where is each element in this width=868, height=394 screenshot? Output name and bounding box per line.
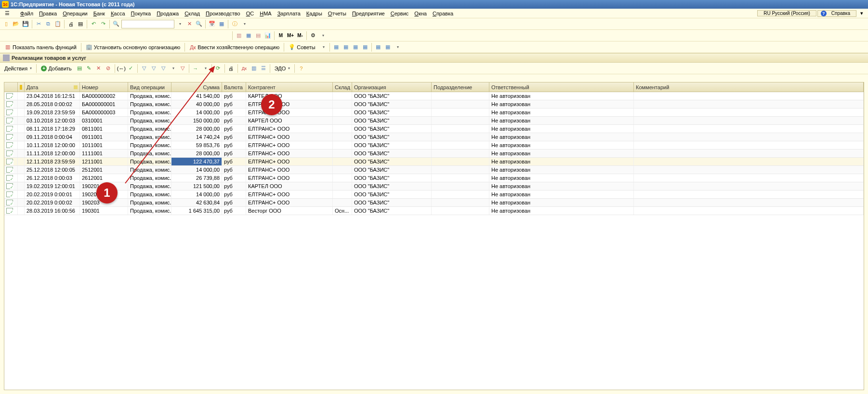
menu-item[interactable]: Кадры xyxy=(303,11,325,16)
delete-row-icon[interactable]: ✕ xyxy=(94,64,103,73)
structure-icon[interactable]: ▥ xyxy=(250,64,258,73)
menu-item[interactable]: Файл xyxy=(17,11,36,16)
filter-icon-3[interactable]: ▽ xyxy=(159,64,168,73)
menu-item[interactable]: Операции xyxy=(60,11,90,16)
reports-dropdown[interactable] xyxy=(393,43,402,52)
list-icon[interactable]: ▥ xyxy=(235,31,243,40)
search-icon[interactable]: 🔍 xyxy=(112,20,120,28)
set-main-org-button[interactable]: 🏢Установить основную организацию xyxy=(83,42,183,52)
search-next-icon[interactable]: 🔍 xyxy=(195,20,203,28)
tips-button[interactable]: 💡Советы xyxy=(286,42,317,52)
menu-item[interactable]: Зарплата xyxy=(275,11,303,16)
report-icon-3[interactable]: ▦ xyxy=(351,43,360,52)
menu-item[interactable]: Правка xyxy=(36,11,60,16)
search-dropdown-icon[interactable] xyxy=(175,20,184,28)
menu-item[interactable]: Продажа xyxy=(154,11,182,16)
print-form-icon[interactable]: 🖨 xyxy=(227,64,236,73)
print-preview-icon[interactable]: ▤ xyxy=(76,20,85,28)
menu-item[interactable]: Справка xyxy=(430,11,456,16)
clear-icon[interactable]: ✕ xyxy=(185,20,194,28)
enter-operation-button[interactable]: ДкВвести хозяйственную операцию xyxy=(187,42,282,52)
title-bar: 1c 1С:Предприятие - Новая Тестовая (с 20… xyxy=(0,0,868,9)
m-plus-button[interactable]: М+ xyxy=(286,31,295,40)
panel-icon: ▥ xyxy=(4,44,11,51)
menu-item[interactable]: ОС xyxy=(243,11,257,16)
form-title-bar: Реализации товаров и услуг xyxy=(0,53,868,63)
save-icon[interactable]: 💾 xyxy=(21,20,30,28)
calc-icon[interactable]: ▤ xyxy=(254,31,263,40)
open-icon[interactable]: 📂 xyxy=(12,20,20,28)
edo-button[interactable]: ЭДО xyxy=(272,64,293,73)
menu-item[interactable]: Отчеты xyxy=(325,11,349,16)
report-icon-4[interactable]: ▦ xyxy=(361,43,369,52)
form-title: Реализации товаров и услуг xyxy=(12,55,86,61)
copy-row-icon[interactable]: ▤ xyxy=(75,64,84,73)
help-form-icon[interactable]: ? xyxy=(297,64,305,73)
m-button[interactable]: М xyxy=(276,31,285,40)
app-logo-icon: 1c xyxy=(2,1,9,8)
redo-icon[interactable]: ↷ xyxy=(99,20,107,28)
filter-icon-2[interactable]: ▽ xyxy=(149,64,158,73)
report-icon-6[interactable]: ▦ xyxy=(383,43,392,52)
menu-item[interactable]: НМА xyxy=(257,11,274,16)
help-icon: ? xyxy=(821,11,827,16)
actions-button[interactable]: Действия xyxy=(2,64,34,73)
settings-icon[interactable]: ⚙ xyxy=(309,31,317,40)
dropdown-icon[interactable]: ▾ xyxy=(857,9,866,18)
menu-item[interactable]: Банк xyxy=(91,11,108,16)
actions-toolbar: ▥Показать панель функций 🏢Установить осн… xyxy=(0,41,868,53)
print-icon[interactable]: 🖨 xyxy=(66,20,75,28)
report-icon-5[interactable]: ▦ xyxy=(374,43,382,52)
info-dropdown[interactable] xyxy=(240,20,249,28)
report-icon-1[interactable]: ▦ xyxy=(332,43,341,52)
edit-row-icon[interactable]: ✎ xyxy=(85,64,93,73)
form-icon xyxy=(3,54,10,61)
undo-icon[interactable]: ↶ xyxy=(89,20,98,28)
approve-icon[interactable]: ✓ xyxy=(127,64,135,73)
refresh-icon[interactable]: ⟳ xyxy=(214,64,223,73)
operation-icon: Дк xyxy=(189,44,196,51)
menu-item[interactable]: Предприятие xyxy=(349,11,388,16)
new-doc-icon[interactable]: ▯ xyxy=(2,20,11,28)
filter-clear-icon[interactable]: ▽ xyxy=(178,64,187,73)
search-input[interactable] xyxy=(121,20,174,28)
org-icon: 🏢 xyxy=(86,44,92,51)
menu-item[interactable]: Производство xyxy=(203,11,243,16)
add-button[interactable]: +Добавить xyxy=(39,64,74,73)
secondary-toolbar: ▥ ▦ ▤ 📊 М М+ М- ⚙ xyxy=(0,30,868,41)
language-tab[interactable]: RU Русский (Россия) xyxy=(757,10,816,16)
info-icon[interactable]: ⓘ xyxy=(230,20,239,28)
menu-item[interactable]: Покупка xyxy=(128,11,154,16)
window-title: 1С:Предприятие - Новая Тестовая (с 2011 … xyxy=(11,1,134,7)
menu-item[interactable]: Сервис xyxy=(388,11,412,16)
goto-icon[interactable]: → xyxy=(191,64,200,73)
settings-dropdown[interactable] xyxy=(318,31,327,40)
grid-icon[interactable]: ▦ xyxy=(244,31,253,40)
menu-item[interactable]: ☰ xyxy=(2,10,13,16)
copy-icon[interactable]: ⧉ xyxy=(44,20,53,28)
date-filter-icon[interactable]: (↔) xyxy=(117,64,126,73)
show-panel-button[interactable]: ▥Показать панель функций xyxy=(2,42,79,52)
standard-toolbar: ▯ 📂 💾 ✂ ⧉ 📋 🖨 ▤ ↶ ↷ 🔍 ✕ 🔍 📅 ▦ ⓘ xyxy=(0,18,868,30)
cut-icon[interactable]: ✂ xyxy=(34,20,43,28)
dk-icon[interactable]: Дк xyxy=(240,64,249,73)
goto-dropdown[interactable] xyxy=(201,64,210,73)
calendar-icon[interactable]: 📅 xyxy=(208,20,216,28)
menu-item[interactable]: Окна xyxy=(411,11,430,16)
tip-icon: 💡 xyxy=(289,44,295,51)
filter-icon-1[interactable]: ▽ xyxy=(140,64,148,73)
main-menu: ☰ ФайлПравкаОперацииБанкКассаПокупкаПрод… xyxy=(0,9,868,18)
calculator-icon[interactable]: ▦ xyxy=(217,20,226,28)
menu-item[interactable]: Склад xyxy=(182,11,203,16)
list-view-icon[interactable]: ☰ xyxy=(259,64,268,73)
tips-dropdown[interactable] xyxy=(319,43,328,52)
report-icon-2[interactable]: ▦ xyxy=(342,43,350,52)
menu-item[interactable]: Касса xyxy=(108,11,128,16)
paste-icon[interactable]: 📋 xyxy=(53,20,62,28)
m-minus-button[interactable]: М- xyxy=(296,31,304,40)
chart-icon[interactable]: 📊 xyxy=(263,31,272,40)
mark-icon[interactable]: ⊘ xyxy=(104,64,113,73)
form-toolbar: Действия +Добавить ▤ ✎ ✕ ⊘ (↔) ✓ ▽ ▽ ▽ ▽… xyxy=(0,63,868,74)
filter-dropdown[interactable] xyxy=(169,64,177,73)
help-tab[interactable]: ?Справка xyxy=(817,10,856,17)
